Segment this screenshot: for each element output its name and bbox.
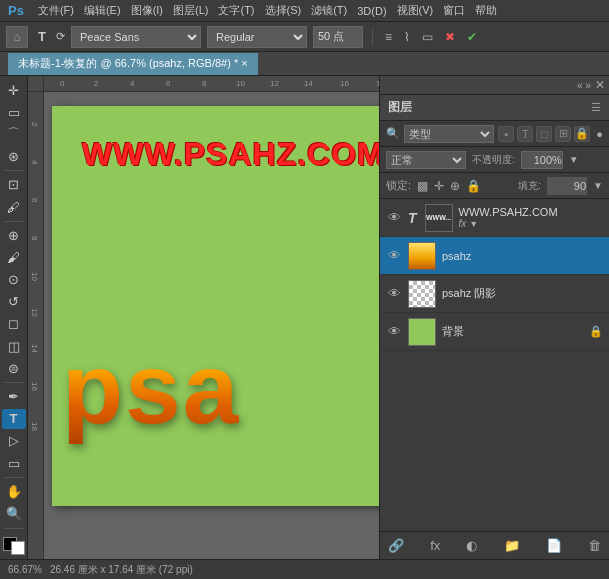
blend-mode-select[interactable]: 正常	[386, 151, 466, 169]
panel-close-btn[interactable]: ✕	[595, 78, 605, 92]
history-brush-tool[interactable]: ↺	[2, 292, 26, 312]
layer-visibility-background[interactable]: 👁	[386, 324, 402, 339]
panel-collapse-btn[interactable]: « »	[577, 80, 591, 91]
menu-text[interactable]: 文字(T)	[218, 3, 254, 18]
layers-panel-title: 图层	[388, 99, 412, 116]
menu-view[interactable]: 视图(V)	[397, 3, 434, 18]
document-tab[interactable]: 未标题-1-恢复的 @ 66.7% (psahz, RGB/8#) * ×	[8, 53, 258, 75]
quick-select-tool[interactable]: ⊛	[2, 146, 26, 166]
fill-input[interactable]	[547, 177, 587, 195]
filter-adjust-icon[interactable]: T	[517, 126, 533, 142]
layers-search-bar: 🔍 类型 ▪ T □ ⊞ 🔒 ●	[380, 121, 609, 147]
opacity-chevron[interactable]: ▼	[569, 154, 579, 165]
background-color[interactable]	[11, 541, 25, 555]
layer-visibility-psahz[interactable]: 👁	[386, 248, 402, 263]
crop-tool[interactable]: ⊡	[2, 175, 26, 195]
panel-header-icons: ☰	[591, 101, 601, 114]
home-button[interactable]: ⌂	[6, 26, 28, 48]
layer-visibility-www[interactable]: 👁	[386, 210, 402, 225]
new-layer-btn[interactable]: 📄	[546, 538, 562, 553]
lock-image-btn[interactable]: ✛	[434, 179, 444, 193]
ruler-num-16: 16	[340, 79, 349, 88]
layer-lock-background: 🔒	[589, 325, 603, 338]
ruler-num-6: 6	[166, 79, 170, 88]
align-left-icon[interactable]: ≡	[382, 28, 395, 46]
menu-select[interactable]: 选择(S)	[265, 3, 302, 18]
ruler-num-2: 2	[94, 79, 98, 88]
lock-transparent-btn[interactable]: ▩	[417, 179, 428, 193]
eyedropper-tool[interactable]: 🖋	[2, 197, 26, 217]
lock-label: 锁定:	[386, 178, 411, 193]
fill-chevron[interactable]: ▼	[593, 180, 603, 191]
toolbar-divider-1	[4, 170, 24, 171]
ruler-num-10: 10	[236, 79, 245, 88]
lock-position-btn[interactable]: ⊕	[450, 179, 460, 193]
move-tool[interactable]: ✛	[2, 80, 26, 100]
menu-image[interactable]: 图像(I)	[131, 3, 163, 18]
layer-thumb-content-www: WWW...	[426, 205, 452, 231]
tab-title: 未标题-1-恢复的 @ 66.7% (psahz, RGB/8#) * ×	[18, 56, 248, 71]
gradient-tool[interactable]: ◫	[2, 336, 26, 356]
menu-layer[interactable]: 图层(L)	[173, 3, 208, 18]
panel-menu-icon[interactable]: ☰	[591, 101, 601, 114]
zoom-tool[interactable]: 🔍	[2, 504, 26, 524]
link-layers-btn[interactable]: 🔗	[388, 538, 404, 553]
transform-icon[interactable]: ▭	[419, 28, 436, 46]
clone-stamp-tool[interactable]: ⊙	[2, 270, 26, 290]
canvas-area: 0 2 4 6 8 10 12 14 16 18 2 4 6 8 10 12 1…	[28, 76, 379, 559]
layer-type-select[interactable]: 类型	[404, 125, 494, 143]
menu-window[interactable]: 窗口	[443, 3, 465, 18]
layer-item-www[interactable]: 👁 T WWW... WWW.PSAHZ.COM fx ▼	[380, 199, 609, 237]
layer-thumbnail-background	[408, 318, 436, 346]
path-select-tool[interactable]: ▷	[2, 431, 26, 451]
spot-heal-tool[interactable]: ⊕	[2, 226, 26, 246]
cancel-icon[interactable]: ✖	[442, 28, 458, 46]
filter-type-icon[interactable]: □	[536, 126, 552, 142]
opacity-label: 不透明度:	[472, 153, 515, 167]
font-size-input[interactable]	[313, 26, 363, 48]
font-family-select[interactable]: Peace Sans	[71, 26, 201, 48]
pen-tool[interactable]: ✒	[2, 387, 26, 407]
filter-lock-icon[interactable]: 🔒	[574, 126, 590, 142]
layer-item-background[interactable]: 👁 背景 🔒	[380, 313, 609, 351]
lock-all-btn[interactable]: 🔒	[466, 179, 481, 193]
layer-thumb-content-psahz	[409, 243, 435, 269]
canvas-top-text: WWW.PSAHZ.COM	[72, 126, 379, 173]
hand-tool[interactable]: ✋	[2, 482, 26, 502]
left-toolbar: ✛ ▭ ⌒ ⊛ ⊡ 🖋 ⊕ 🖌 ⊙ ↺ ◻ ◫ ⊜ ✒ T ▷ ▭ ✋ 🔍	[0, 76, 28, 559]
layer-item-shadow[interactable]: 👁 psahz 阴影	[380, 275, 609, 313]
text-tool[interactable]: T	[2, 409, 26, 429]
dodge-tool[interactable]: ⊜	[2, 358, 26, 378]
ruler-num-0: 0	[60, 79, 64, 88]
marquee-tool[interactable]: ▭	[2, 102, 26, 122]
color-boxes[interactable]	[3, 537, 25, 555]
menu-filter[interactable]: 滤镜(T)	[311, 3, 347, 18]
layer-item-psahz[interactable]: 👁 psahz	[380, 237, 609, 275]
font-style-select[interactable]: Regular	[207, 26, 307, 48]
layers-panel-footer: 🔗 fx ◐ 📁 📄 🗑	[380, 531, 609, 559]
ruler-num-4: 4	[130, 79, 134, 88]
menu-file[interactable]: 文件(F)	[38, 3, 74, 18]
layer-name-www: WWW.PSAHZ.COM	[459, 206, 603, 218]
add-style-btn[interactable]: fx	[430, 538, 440, 553]
delete-layer-btn[interactable]: 🗑	[588, 538, 601, 553]
layers-list: 👁 T WWW... WWW.PSAHZ.COM fx ▼ 👁 psahz	[380, 199, 609, 531]
brush-tool[interactable]: 🖌	[2, 248, 26, 268]
eraser-tool[interactable]: ◻	[2, 314, 26, 334]
warp-icon[interactable]: ⌇	[401, 28, 413, 46]
opacity-input[interactable]	[521, 151, 563, 169]
lasso-tool[interactable]: ⌒	[2, 124, 26, 144]
new-group-btn[interactable]: 📁	[504, 538, 520, 553]
orient-icon[interactable]: ⟳	[56, 30, 65, 43]
document-canvas: WWW.PSAHZ.COM psa	[52, 106, 379, 506]
menu-3d[interactable]: 3D(D)	[357, 5, 386, 17]
menu-help[interactable]: 帮助	[475, 3, 497, 18]
add-mask-btn[interactable]: ◐	[466, 538, 477, 553]
filter-smart-icon[interactable]: ⊞	[555, 126, 571, 142]
filter-pixel-icon[interactable]: ▪	[498, 126, 514, 142]
confirm-icon[interactable]: ✔	[464, 28, 480, 46]
filter-toggle[interactable]: ●	[596, 128, 603, 140]
layer-visibility-shadow[interactable]: 👁	[386, 286, 402, 301]
menu-edit[interactable]: 编辑(E)	[84, 3, 121, 18]
shape-tool[interactable]: ▭	[2, 453, 26, 473]
